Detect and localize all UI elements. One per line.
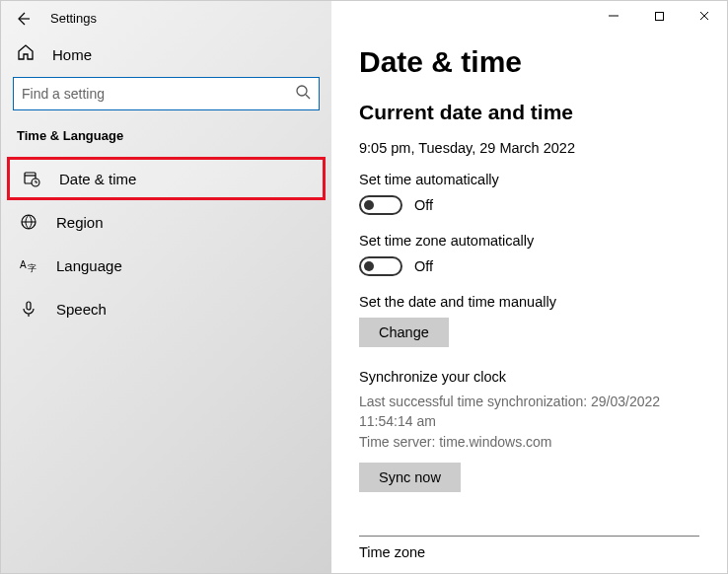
main-panel: Date & time Current date and time 9:05 p… [331,1,727,573]
search-input[interactable] [22,86,295,102]
sidebar-item-language[interactable]: A字 Language [1,244,331,287]
svg-text:A: A [20,259,27,270]
sidebar-item-speech[interactable]: Speech [1,287,331,330]
sync-heading: Synchronize your clock [359,369,699,385]
home-label: Home [52,46,92,63]
svg-rect-10 [655,12,663,20]
maximize-button[interactable] [636,1,682,31]
search-icon [295,84,311,104]
auto-time-label: Set time automatically [359,172,699,187]
page-heading: Date & time [359,45,699,79]
page-subheading: Current date and time [359,101,699,124]
globe-icon [19,213,38,231]
change-button[interactable]: Change [359,318,449,347]
titlebar-left: Settings [1,1,331,36]
section-title: Time & Language [1,124,331,157]
last-sync-text: Last successful time synchronization: 29… [359,393,699,431]
auto-time-toggle[interactable] [359,195,402,215]
auto-tz-state: Off [414,258,433,274]
time-server-text: Time server: time.windows.com [359,433,699,453]
arrow-left-icon [15,11,31,27]
settings-window: Settings Home Time & Language Date & tim… [0,0,728,574]
close-button[interactable] [682,1,727,31]
home-icon [17,43,35,65]
svg-rect-8 [27,302,31,310]
sync-now-button[interactable]: Sync now [359,463,461,492]
sidebar-item-label: Speech [56,301,107,318]
sidebar-item-label: Region [56,214,104,231]
sync-section: Synchronize your clock Last successful t… [359,369,699,514]
calendar-clock-icon [22,170,41,187]
language-icon: A字 [19,256,38,274]
auto-tz-toggle[interactable] [359,256,402,276]
microphone-icon [19,300,38,318]
divider [359,536,699,537]
current-time-text: 9:05 pm, Tuesday, 29 March 2022 [359,140,699,156]
search-container [1,77,331,124]
sidebar-item-label: Language [56,257,122,274]
search-box[interactable] [13,77,320,110]
manual-label: Set the date and time manually [359,294,699,310]
window-title: Settings [50,11,97,26]
timezone-heading: Time zone [359,544,699,560]
svg-point-0 [297,86,307,96]
maximize-icon [654,11,665,22]
sidebar-item-region[interactable]: Region [1,200,331,244]
minimize-button[interactable] [591,1,636,31]
content: Date & time Current date and time 9:05 p… [331,36,727,560]
home-nav[interactable]: Home [1,36,331,77]
svg-line-1 [306,95,310,99]
back-button[interactable] [13,11,33,27]
auto-time-state: Off [414,197,433,213]
window-controls [331,1,727,36]
sidebar-item-label: Date & time [59,171,136,187]
svg-text:字: 字 [28,263,36,273]
minimize-icon [608,10,619,22]
sidebar-item-datetime[interactable]: Date & time [7,157,326,200]
close-icon [698,10,710,22]
auto-tz-label: Set time zone automatically [359,233,699,249]
sidebar: Settings Home Time & Language Date & tim… [1,1,331,573]
